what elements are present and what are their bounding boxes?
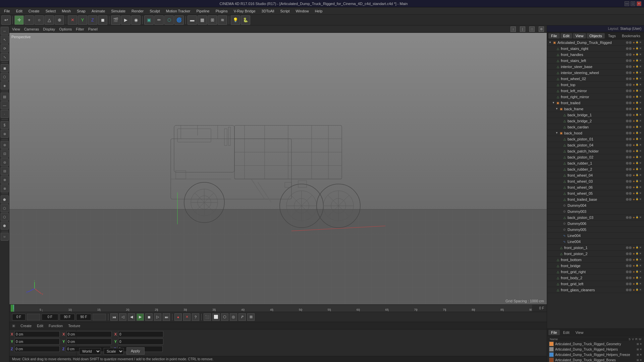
menu-vray[interactable]: V-Ray Bridge — [231, 8, 258, 14]
sidebar-s6[interactable]: ⊟ — [1, 167, 9, 175]
viewport-fullscreen[interactable]: □ — [529, 26, 535, 32]
viewport-expand[interactable]: ↕ — [511, 26, 516, 32]
tree-arrow-icon[interactable] — [558, 204, 562, 207]
tab-bookmarks[interactable]: Bookmarks — [619, 33, 643, 39]
mat-icon-2[interactable]: ✕ — [640, 343, 642, 346]
visibility-dot[interactable] — [626, 41, 629, 44]
object-list-item[interactable]: △back_piston_03 ◈ 🔒 ✕ — [547, 215, 644, 221]
close-button[interactable]: ✕ — [637, 1, 641, 6]
render-dot[interactable] — [629, 144, 632, 146]
select-z[interactable]: Z — [88, 15, 97, 25]
object-list-item[interactable]: △front_wheel_04 ◈ 🔒 ✕ — [547, 172, 644, 178]
render-dot[interactable] — [629, 108, 632, 110]
render-dot[interactable] — [629, 198, 632, 201]
tree-arrow-icon[interactable] — [552, 53, 555, 56]
viewport-split-v[interactable]: | — [520, 26, 525, 32]
tab-objects[interactable]: Objects — [587, 33, 604, 39]
visibility-dot[interactable] — [626, 108, 629, 110]
tree-arrow-icon[interactable] — [558, 222, 562, 225]
light-tool[interactable]: 💡 — [231, 15, 240, 25]
tree-arrow-icon[interactable] — [552, 270, 555, 274]
x-icon[interactable]: ✕ — [639, 174, 643, 177]
anim-layer[interactable]: ◎ — [230, 313, 237, 321]
object-list-item[interactable]: ⊙Dummy004 — [547, 202, 644, 208]
render-dot[interactable] — [629, 138, 632, 140]
viewport-menu-display[interactable]: Display — [43, 27, 55, 31]
tree-arrow-icon[interactable] — [552, 264, 555, 267]
visibility-dot[interactable] — [626, 270, 629, 273]
move-tool[interactable]: ✛ — [14, 15, 24, 25]
sidebar-rotate[interactable]: ⟳ — [1, 44, 9, 52]
tree-arrow-icon[interactable] — [558, 174, 562, 177]
lock-icon[interactable]: 🔒 — [636, 143, 639, 147]
go-start-button[interactable]: ⏮ — [110, 313, 118, 321]
x-position-field[interactable] — [14, 331, 60, 337]
x-icon[interactable]: ✕ — [639, 137, 643, 141]
sidebar-s2[interactable]: ⊛ — [1, 130, 9, 138]
lock-icon[interactable]: 🔒 — [636, 149, 639, 153]
viewport-3d[interactable]: X Y Z Perspective Grid Spacing : 1000 cm — [9, 33, 547, 304]
tab-function[interactable]: Function — [47, 323, 64, 328]
lock-icon[interactable]: 🔒 — [636, 168, 639, 171]
visibility-dot[interactable] — [626, 53, 629, 56]
x-icon[interactable]: ✕ — [639, 119, 643, 123]
mat-icon-1[interactable]: ⊞ — [637, 359, 639, 362]
visibility-dot[interactable] — [626, 289, 629, 291]
tree-arrow-icon[interactable] — [558, 180, 562, 183]
sidebar-s8[interactable]: ⊗ — [1, 184, 9, 192]
paint-tool[interactable]: ⬡ — [164, 15, 174, 25]
menu-select[interactable]: Select — [43, 8, 59, 14]
visibility-dot[interactable] — [626, 162, 629, 165]
x-icon[interactable]: ✕ — [639, 95, 643, 99]
lock-icon[interactable]: 🔒 — [636, 192, 639, 195]
mat-icon-2[interactable]: ✕ — [640, 353, 642, 356]
x-icon[interactable]: ✕ — [639, 107, 643, 111]
tab-edit-r[interactable]: Edit — [560, 33, 572, 39]
render-dot[interactable] — [629, 289, 632, 291]
x-icon[interactable]: ✕ — [639, 65, 643, 68]
menu-simulate[interactable]: Simulate — [108, 8, 128, 14]
lock-icon[interactable]: 🔒 — [636, 47, 639, 50]
visibility-dot[interactable] — [626, 216, 629, 219]
timeline-ruler[interactable]: 051015202530354045505560657075808590 — [13, 305, 532, 312]
object-list-item[interactable]: △back_rubber_2 ◈ 🔒 ✕ — [547, 166, 644, 172]
object-list-item[interactable]: △back_patch_holder ◈ 🔒 ✕ — [547, 148, 644, 154]
menu-3dtoall[interactable]: 3DToAll — [259, 8, 277, 14]
material-item[interactable]: Articulated_Dump_Truck_Rigged_Geometry ⊞… — [548, 342, 643, 346]
visibility-dot[interactable] — [626, 150, 629, 153]
lock-icon[interactable]: 🔒 — [636, 95, 639, 99]
render-dot[interactable] — [629, 89, 632, 92]
tab-view-mat[interactable]: View — [573, 330, 586, 335]
stop-button[interactable]: ⏹ — [145, 313, 153, 321]
tree-arrow-icon[interactable] — [558, 192, 562, 195]
visibility-dot[interactable] — [626, 114, 629, 116]
lock-icon[interactable]: 🔒 — [636, 288, 639, 292]
visibility-dot[interactable] — [626, 246, 629, 249]
frame-field-5[interactable] — [93, 314, 106, 320]
render-dot[interactable] — [629, 59, 632, 62]
extrude-tool[interactable]: ▦ — [198, 15, 207, 25]
tree-arrow-icon[interactable] — [552, 89, 555, 93]
render-dot[interactable] — [629, 77, 632, 80]
render-dot[interactable] — [629, 277, 632, 279]
tree-arrow-icon[interactable] — [552, 59, 555, 62]
maximize-button[interactable]: □ — [631, 1, 635, 6]
object-list-item[interactable]: ⊙Dummy006 — [547, 221, 644, 227]
render-dot[interactable] — [629, 41, 632, 44]
mat-icon-1[interactable]: ⊞ — [637, 343, 639, 346]
render-dot[interactable] — [629, 180, 632, 183]
menu-render[interactable]: Render — [129, 8, 146, 14]
object-list-item[interactable]: △back_rubber_1 ◈ 🔒 ✕ — [547, 160, 644, 166]
visibility-dot[interactable] — [626, 59, 629, 62]
lock-icon[interactable]: 🔒 — [636, 65, 639, 68]
lock-icon[interactable]: 🔒 — [636, 156, 639, 159]
lock-icon[interactable]: 🔒 — [636, 131, 639, 135]
tab-texture[interactable]: Texture — [67, 323, 82, 328]
menu-pipeline[interactable]: Pipeline — [194, 8, 212, 14]
object-list-item[interactable]: △interior_steering_wheel ◈ 🔒 ✕ — [547, 70, 644, 76]
x-icon[interactable]: ✕ — [639, 192, 643, 195]
object-list-item[interactable]: △back_bridge_2 ◈ 🔒 ✕ — [547, 118, 644, 124]
object-list-item[interactable]: △front_stairs_right ◈ 🔒 ✕ — [547, 46, 644, 52]
x-icon[interactable]: ✕ — [639, 258, 643, 261]
material-item[interactable]: Articulated_Dump_Truck_Rigged_Helpers_Fr… — [548, 352, 643, 357]
